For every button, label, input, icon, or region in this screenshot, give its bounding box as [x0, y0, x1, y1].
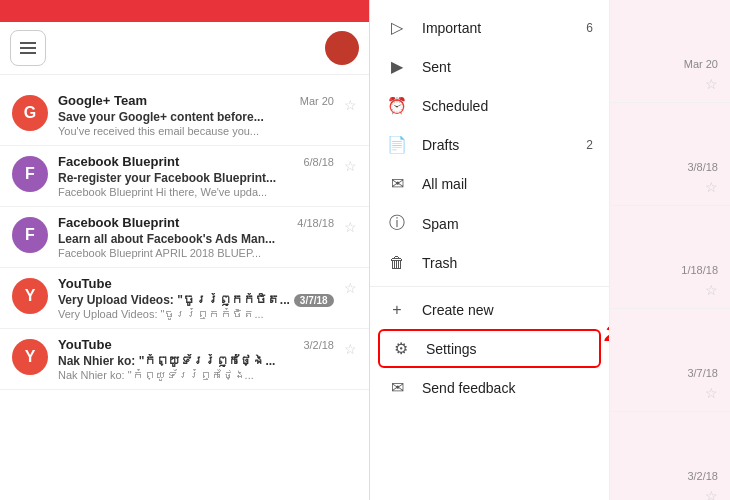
category-label — [0, 75, 369, 85]
menu-all-mail-icon: ✉ — [386, 174, 408, 193]
email-preview: Very Upload Videos: "ចូររំឭកកំចិត... — [58, 308, 334, 320]
right-edge-date: 3/2/18 — [616, 466, 724, 486]
menu-sent-label: Sent — [422, 59, 593, 75]
menu-important-count: 6 — [586, 21, 593, 35]
right-edge-star[interactable]: ☆ — [616, 74, 724, 94]
email-avatar: G — [12, 95, 48, 131]
email-item[interactable]: F Facebook Blueprint 4/18/18 Learn all a… — [0, 207, 369, 268]
menu-spam-icon: ⓘ — [386, 213, 408, 234]
menu-important-icon: ▷ — [386, 18, 408, 37]
email-content: Google+ Team Mar 20 Save your Google+ co… — [58, 93, 334, 137]
menu-send-feedback-label: Send feedback — [422, 380, 593, 396]
menu-scheduled-label: Scheduled — [422, 98, 593, 114]
menu-drafts-icon: 📄 — [386, 135, 408, 154]
menu-item-drafts[interactable]: 📄 Drafts 2 — [370, 125, 609, 164]
email-item[interactable]: Y YouTube 3/2/18 Nak Nhier ko: "កំព្យូទ័… — [0, 329, 369, 390]
menu-create-new-icon: + — [386, 301, 408, 319]
menu-item-scheduled[interactable]: ⏰ Scheduled — [370, 86, 609, 125]
menu-settings-label: Settings — [426, 341, 589, 357]
email-header: Facebook Blueprint 4/18/18 — [58, 215, 334, 230]
email-content: Facebook Blueprint 4/18/18 Learn all abo… — [58, 215, 334, 259]
right-edge-item: 3/7/18 ☆ — [610, 309, 730, 412]
right-edge-item: 1/18/18 ☆ — [610, 206, 730, 309]
right-edge-star[interactable]: ☆ — [616, 383, 724, 403]
phone-panel: G Google+ Team Mar 20 Save your Google+ … — [0, 0, 370, 500]
email-item[interactable]: G Google+ Team Mar 20 Save your Google+ … — [0, 85, 369, 146]
hamburger-button[interactable] — [10, 30, 46, 66]
right-edge-date: 3/8/18 — [616, 157, 724, 177]
email-header: Facebook Blueprint 6/8/18 — [58, 154, 334, 169]
menu-important-label: Important — [422, 20, 572, 36]
email-preview: Nak Nhier ko: "កំព្យូទ័ររំឭកថ្ងៃ... — [58, 369, 334, 381]
search-bar — [0, 22, 369, 75]
email-preview: Facebook Blueprint APRIL 2018 BLUEP... — [58, 247, 334, 259]
email-sender: YouTube — [58, 337, 112, 352]
menu-trash-icon: 🗑 — [386, 254, 408, 272]
email-sender: Google+ Team — [58, 93, 147, 108]
menu-item-create-new[interactable]: + Create new — [370, 291, 609, 329]
email-subject: Re-register your Facebook Blueprint... — [58, 171, 334, 185]
email-header: YouTube 3/2/18 — [58, 337, 334, 352]
email-item[interactable]: Y YouTube Very Upload Videos: "ចូររំឭកកំ… — [0, 268, 369, 329]
status-bar — [0, 0, 369, 22]
star-icon[interactable]: ☆ — [344, 341, 357, 357]
star-icon[interactable]: ☆ — [344, 280, 357, 296]
menu-sent-icon: ▶ — [386, 57, 408, 76]
menu-item-sent[interactable]: ▶ Sent — [370, 47, 609, 86]
right-edge-star[interactable]: ☆ — [616, 280, 724, 300]
email-avatar: Y — [12, 278, 48, 314]
hamburger-icon — [20, 42, 36, 54]
menu-settings-icon: ⚙ — [390, 339, 412, 358]
menu-item-all-mail[interactable]: ✉ All mail — [370, 164, 609, 203]
email-header: Google+ Team Mar 20 — [58, 93, 334, 108]
email-date: 3/2/18 — [303, 339, 334, 351]
email-subject: Learn all about Facebook's Ads Man... — [58, 232, 334, 246]
right-edge-date: 1/18/18 — [616, 260, 724, 280]
email-content: YouTube 3/2/18 Nak Nhier ko: "កំព្យូទ័ររ… — [58, 337, 334, 381]
email-header: YouTube — [58, 276, 334, 291]
right-edge-item: 3/2/18 ☆ — [610, 412, 730, 500]
email-content: YouTube Very Upload Videos: "ចូររំឭកកំចិ… — [58, 276, 334, 320]
menu-item-settings[interactable]: ⚙ Settings 2 — [378, 329, 601, 368]
menu-spam-label: Spam — [422, 216, 593, 232]
menu-item-send-feedback[interactable]: ✉ Send feedback — [370, 368, 609, 407]
menu-item-important[interactable]: ▷ Important 6 — [370, 8, 609, 47]
star-icon[interactable]: ☆ — [344, 97, 357, 113]
menu-send-feedback-icon: ✉ — [386, 378, 408, 397]
right-edge-date: Mar 20 — [616, 54, 724, 74]
menu-create-new-label: Create new — [422, 302, 593, 318]
email-list: G Google+ Team Mar 20 Save your Google+ … — [0, 85, 369, 500]
email-date: 4/18/18 — [297, 217, 334, 229]
star-icon[interactable]: ☆ — [344, 219, 357, 235]
email-avatar: Y — [12, 339, 48, 375]
right-edge-star[interactable]: ☆ — [616, 177, 724, 197]
star-icon[interactable]: ☆ — [344, 158, 357, 174]
email-subject: Save your Google+ content before... — [58, 110, 334, 124]
menu-panel: ▷ Important 6 ▶ Sent ⏰ Scheduled 📄 Draft… — [370, 0, 610, 500]
menu-scheduled-icon: ⏰ — [386, 96, 408, 115]
annotation-2: 2 — [605, 321, 609, 347]
user-avatar[interactable] — [325, 31, 359, 65]
menu-item-trash[interactable]: 🗑 Trash — [370, 244, 609, 282]
email-avatar: F — [12, 156, 48, 192]
email-sender: YouTube — [58, 276, 112, 291]
email-preview: Facebook Blueprint Hi there, We've upda.… — [58, 186, 334, 198]
email-date: 6/8/18 — [303, 156, 334, 168]
email-item[interactable]: F Facebook Blueprint 6/8/18 Re-register … — [0, 146, 369, 207]
right-edge-star[interactable]: ☆ — [616, 486, 724, 500]
right-edge-date: 3/7/18 — [616, 363, 724, 383]
email-date: Mar 20 — [300, 95, 334, 107]
menu-drafts-count: 2 — [586, 138, 593, 152]
email-badge: 3/7/18 — [294, 294, 334, 307]
email-subject: Nak Nhier ko: "កំព្យូទ័ររំឭកថ្ងៃ... — [58, 354, 334, 368]
right-edge-item: Mar 20 ☆ — [610, 0, 730, 103]
email-sender: Facebook Blueprint — [58, 154, 179, 169]
email-avatar: F — [12, 217, 48, 253]
menu-item-spam[interactable]: ⓘ Spam — [370, 203, 609, 244]
email-sender: Facebook Blueprint — [58, 215, 179, 230]
email-subject: Very Upload Videos: "ចូររំឭកកំចិត...3/7/… — [58, 293, 334, 307]
right-edge-item: 3/8/18 ☆ — [610, 103, 730, 206]
email-content: Facebook Blueprint 6/8/18 Re-register yo… — [58, 154, 334, 198]
menu-trash-label: Trash — [422, 255, 593, 271]
right-edge-panel: Mar 20 ☆ 3/8/18 ☆ 1/18/18 ☆ 3/7/18 ☆ 3/2… — [610, 0, 730, 500]
